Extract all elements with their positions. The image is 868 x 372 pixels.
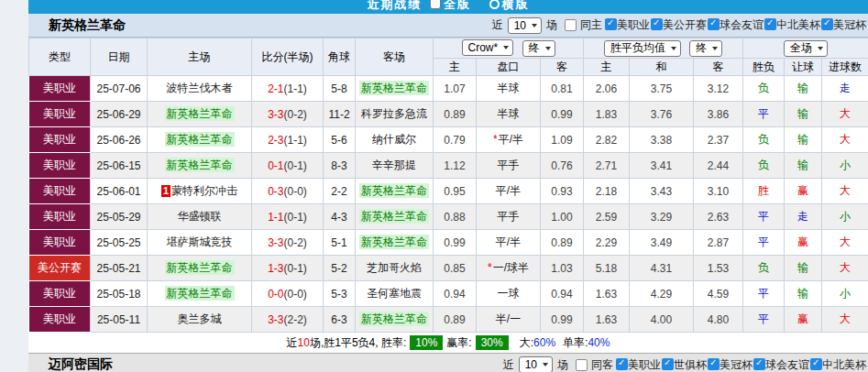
score-cell: 2-3(1-1) (252, 127, 324, 153)
result-outcome: 平 (743, 102, 785, 127)
asia-handicap: 一球 (477, 281, 541, 307)
league-filter-item[interactable]: 中北美杯 (810, 358, 866, 371)
scope-select[interactable]: 全场 (784, 40, 828, 57)
away-team-name: 芝加哥火焰 (367, 261, 422, 274)
chevron-down-icon (543, 363, 548, 367)
asia-handicap: 半球 (477, 76, 541, 102)
asia-handicap: 半球 (477, 102, 541, 127)
league-filter-item[interactable]: 美冠杯 (708, 358, 753, 371)
recent-count-select[interactable]: 10 (519, 356, 553, 372)
date-cell: 25-05-29 (91, 204, 148, 230)
euro-final-select[interactable]: 终 (689, 40, 722, 57)
result-handicap: 赢 (785, 179, 822, 204)
euro-away-odds: 4.80 (694, 307, 743, 333)
league-filter-item[interactable]: 美冠杯 (821, 18, 866, 31)
score-halftime: (2-2) (284, 313, 307, 326)
checkbox-icon[interactable] (708, 18, 720, 30)
league-filter-item[interactable]: 美公开赛 (651, 18, 707, 31)
checkbox-icon[interactable] (764, 18, 776, 30)
checkbox-icon[interactable] (821, 18, 833, 30)
col-header-asia-line: 盘口 (477, 59, 541, 76)
checkbox-icon[interactable] (605, 18, 617, 30)
table-row: 美职业 25-06-01 1蒙特利尔冲击 0-3(0-0) 2-2 新英格兰革命… (29, 179, 868, 204)
away-team-name: 辛辛那提 (372, 159, 416, 171)
average-odds-select[interactable]: 胜平负均值 (604, 40, 681, 57)
asia-final-select[interactable]: 终 (522, 40, 555, 57)
win-rate-badge: 10% (410, 335, 443, 350)
euro-home-odds: 2.29 (584, 230, 630, 256)
checkbox-icon[interactable] (753, 358, 765, 370)
corner-cell: 5-1 (324, 230, 356, 256)
checkbox-icon[interactable] (810, 358, 822, 370)
euro-away-odds: 3.86 (694, 102, 743, 127)
bookmaker-select-value: Crow* (468, 41, 499, 54)
home-team-name: 新英格兰革命 (165, 286, 235, 301)
league-filter-item[interactable]: 美职业 (605, 18, 650, 31)
checkbox-icon[interactable] (616, 358, 628, 370)
corner-cell: 5-8 (324, 76, 356, 102)
euro-draw-odds: 3.29 (630, 204, 694, 230)
recent-count-select[interactable]: 10 (508, 17, 542, 34)
away-team-cell: 新英格兰革命 (356, 76, 434, 102)
league-filter-item[interactable]: 美职业 (616, 358, 661, 371)
league-filter-label: 美职业 (628, 358, 661, 371)
asia-handicap: 平手 (477, 204, 541, 230)
asia-away-odds: 0.94 (541, 281, 584, 307)
score-fulltime: 0-1 (268, 159, 283, 172)
home-team-cell: 新英格兰革命 (148, 127, 252, 153)
result-handicap: 输 (785, 153, 822, 179)
result-handicap: 赢 (785, 307, 822, 333)
chevron-down-icon (712, 47, 718, 50)
home-team-cell: 堪萨斯城竞技 (148, 230, 252, 256)
checkbox-icon[interactable] (651, 18, 663, 30)
score-halftime: (1-1) (284, 134, 307, 147)
bookmaker-select[interactable]: Crow* (462, 39, 514, 56)
date-cell: 25-07-06 (91, 76, 148, 102)
euro-away-odds: 1.53 (694, 256, 743, 281)
asia-away-odds: 0.99 (541, 102, 584, 127)
average-odds-select-value: 胜平负均值 (610, 40, 665, 56)
same-home-checkbox[interactable] (565, 19, 577, 31)
league-filter-label: 球会友谊 (765, 358, 809, 371)
summary-prefix: 近 (287, 335, 298, 351)
matches-tbody: 美职业 25-07-06 波特兰伐木者 2-1(1-1) 5-8 新英格兰革命 … (29, 76, 868, 333)
corner-cell: 5-6 (324, 127, 356, 153)
matches-suffix-label: 场 (546, 17, 557, 33)
home-team-cell: 奥兰多城 (148, 307, 252, 333)
asia-away-odds: 0.81 (541, 76, 584, 102)
home-team-name: 新英格兰革命 (165, 260, 235, 275)
same-away-checkbox[interactable] (576, 359, 588, 371)
league-filter-item[interactable]: 球会友谊 (708, 18, 764, 31)
result-handicap: 输 (785, 256, 822, 281)
league-filter-item[interactable]: 世俱杯 (662, 358, 707, 371)
col-header-handicap-result: 让球 (785, 59, 822, 76)
result-handicap: 输 (785, 76, 822, 102)
league-filter-label: 球会友谊 (720, 18, 764, 31)
result-goals: 大 (822, 230, 868, 256)
score-halftime: (0-0) (284, 185, 307, 198)
league-filter-item[interactable]: 中北美杯 (764, 18, 820, 31)
checkbox-icon[interactable] (708, 358, 720, 370)
score-fulltime: 2-3 (268, 134, 283, 147)
radio-full-version[interactable] (430, 0, 441, 9)
league-filter-list-top: 美职业美公开赛球会友谊中北美杯美冠杯 (604, 17, 866, 33)
asia-home-odds: 0.88 (434, 204, 477, 230)
asia-away-odds: 0.89 (541, 230, 584, 256)
league-filter-item[interactable]: 球会友谊 (753, 358, 809, 371)
summary-count: 10 (298, 336, 310, 349)
score-cell: 0-1(0-1) (252, 153, 324, 179)
league-cell: 美职业 (29, 179, 91, 204)
asia-home-odds: 0.85 (434, 256, 477, 281)
checkbox-icon[interactable] (662, 358, 674, 370)
result-goals: 大 (822, 102, 868, 127)
chevron-down-icon (671, 47, 676, 50)
league-filter-label: 世俱杯 (674, 358, 707, 371)
home-team-cell: 新英格兰革命 (148, 153, 252, 179)
table-row: 美职业 25-06-29 新英格兰革命 3-3(0-2) 11-2 科罗拉多急流… (29, 102, 868, 127)
radio-horizontal-version[interactable] (489, 0, 500, 9)
col-header-asia-away: 客 (541, 59, 584, 76)
euro-away-odds: 2.63 (694, 204, 743, 230)
date-cell: 25-05-11 (91, 307, 148, 333)
chevron-down-icon (532, 24, 537, 27)
euro-draw-odds: 3.75 (630, 76, 694, 102)
